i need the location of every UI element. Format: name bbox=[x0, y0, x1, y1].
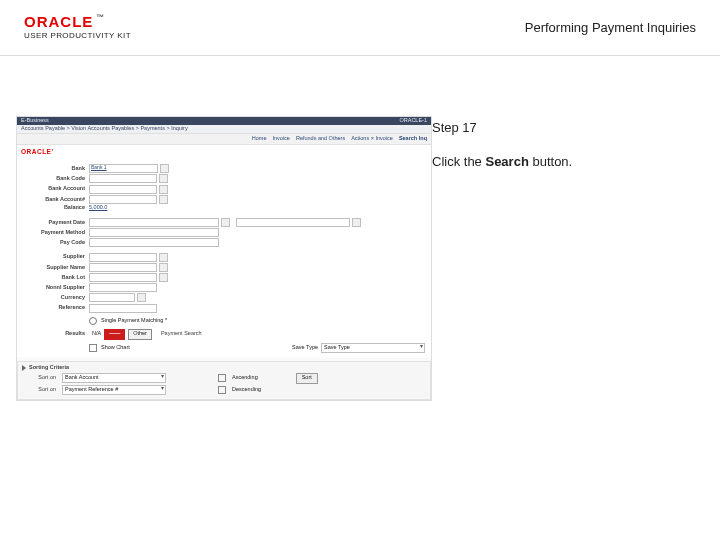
brand-text: ORACLE bbox=[24, 15, 93, 29]
lbl-bank-account: Bank Account bbox=[23, 186, 89, 192]
input-bank-account-no[interactable] bbox=[89, 195, 157, 204]
input-payment-date-to[interactable] bbox=[236, 218, 350, 227]
select-save-type[interactable]: Save Type bbox=[321, 343, 425, 353]
lbl-desc: Descending bbox=[232, 387, 261, 393]
lbl-bank-code: Bank Code bbox=[23, 176, 89, 182]
calendar-icon[interactable] bbox=[352, 218, 361, 227]
screenshot-frame: E-Business ORACLE-1 Accounts Payable > V… bbox=[0, 116, 432, 401]
brand-subtitle: USER PRODUCTIVITY KIT bbox=[24, 31, 131, 40]
lbl-show-chart: Show Chart bbox=[101, 345, 130, 351]
topic-title: Performing Payment Inquiries bbox=[525, 20, 696, 35]
tab-home[interactable]: Home bbox=[252, 136, 267, 142]
app-titlebar: E-Business ORACLE-1 bbox=[17, 117, 431, 125]
lbl-reference: Reference bbox=[23, 305, 89, 311]
lbl-supplier-name: Supplier Name bbox=[23, 265, 89, 271]
lbl-bank-account-no: Bank Account# bbox=[23, 197, 89, 203]
lbl-bank-lot: Bank Lot bbox=[23, 275, 89, 281]
checkbox-asc[interactable] bbox=[218, 374, 226, 382]
input-currency[interactable] bbox=[89, 293, 135, 302]
input-bank-account[interactable] bbox=[89, 185, 157, 194]
lbl-supplier: Supplier bbox=[23, 254, 89, 260]
tab-invoice[interactable]: Invoice bbox=[272, 136, 289, 142]
lov-icon[interactable] bbox=[159, 273, 168, 282]
sorting-title: Sorting Criteria bbox=[29, 365, 69, 371]
tab-search-inq[interactable]: Search Inq bbox=[399, 136, 427, 142]
disclosure-icon[interactable] bbox=[22, 365, 26, 371]
radio-label: Single Payment Matching * bbox=[101, 318, 167, 324]
lbl-asc: Ascending bbox=[232, 375, 258, 381]
input-reference[interactable] bbox=[89, 304, 157, 313]
breadcrumb: Accounts Payable > Vision Accounts Payab… bbox=[17, 125, 431, 133]
lbl-sort-on-2: Sort on bbox=[22, 387, 56, 393]
lbl-sort-on-1: Sort on bbox=[22, 375, 56, 381]
radio-single-payment[interactable] bbox=[89, 317, 97, 325]
lov-icon[interactable] bbox=[159, 174, 168, 183]
lov-icon[interactable] bbox=[159, 195, 168, 204]
instr-before: Click the bbox=[432, 154, 485, 169]
results-na: N/A bbox=[92, 331, 101, 337]
instruction-pane: Step 17 Click the Search button. bbox=[432, 116, 688, 401]
oracle-mini-logo: ORACLE' bbox=[21, 149, 54, 156]
brand-block: ORACLE ™ USER PRODUCTIVITY KIT bbox=[24, 15, 131, 40]
input-supplier[interactable] bbox=[89, 253, 157, 262]
search-button[interactable]: —— bbox=[104, 329, 125, 340]
sorting-panel: Sorting Criteria Sort on Bank Account As… bbox=[17, 361, 431, 400]
input-bank-code[interactable] bbox=[89, 174, 157, 183]
input-supplier-name[interactable] bbox=[89, 263, 157, 272]
instruction-text: Click the Search button. bbox=[432, 153, 680, 171]
titlebar-right: ORACLE-1 bbox=[399, 118, 427, 124]
lov-icon[interactable] bbox=[159, 253, 168, 262]
balance-link[interactable]: 5,000.0 bbox=[89, 205, 107, 211]
results-bar: Results N/A —— Other Payment Search bbox=[23, 329, 425, 340]
sort-button[interactable]: Sort bbox=[296, 373, 318, 384]
results-heading: Payment Search bbox=[161, 331, 202, 337]
lbl-nonnl-supplier: Nonnl Supplier bbox=[23, 285, 89, 291]
tab-refunds[interactable]: Refunds and Others bbox=[296, 136, 345, 142]
lov-icon[interactable] bbox=[160, 164, 169, 173]
input-pay-code[interactable] bbox=[89, 238, 219, 247]
input-payment-method[interactable] bbox=[89, 228, 219, 237]
meta-row: Show Chart Save Type Save Type bbox=[23, 343, 425, 353]
oracle-logo: ORACLE ™ bbox=[24, 15, 105, 29]
lbl-payment-method: Payment Method bbox=[23, 230, 89, 236]
app-tabs: Home Invoice Refunds and Others Actions … bbox=[17, 133, 431, 145]
step-label: Step 17 bbox=[432, 120, 680, 135]
titlebar-left: E-Business bbox=[21, 118, 49, 124]
lbl-balance: Balance bbox=[23, 205, 89, 211]
select-sort-1[interactable]: Bank Account bbox=[62, 373, 166, 383]
lov-icon[interactable] bbox=[137, 293, 146, 302]
search-form: BankBank 1 Bank Code Bank Account Bank A… bbox=[17, 159, 431, 357]
select-sort-2[interactable]: Payment Reference # bbox=[62, 385, 166, 395]
lov-icon[interactable] bbox=[159, 185, 168, 194]
breadcrumb-text: Accounts Payable > Vision Accounts Payab… bbox=[21, 126, 188, 132]
checkbox-show-chart[interactable] bbox=[89, 344, 97, 352]
header: ORACLE ™ USER PRODUCTIVITY KIT Performin… bbox=[0, 0, 720, 56]
lbl-pay-code: Pay Code bbox=[23, 240, 89, 246]
checkbox-desc[interactable] bbox=[218, 386, 226, 394]
input-bank-lot[interactable] bbox=[89, 273, 157, 282]
input-payment-date-from[interactable] bbox=[89, 218, 219, 227]
lbl-currency: Currency bbox=[23, 295, 89, 301]
trademark: ™ bbox=[96, 11, 105, 25]
app-brand-row: ORACLE' bbox=[17, 145, 431, 159]
lbl-bank: Bank bbox=[23, 166, 89, 172]
tab-other[interactable]: Other bbox=[128, 329, 152, 340]
lbl-results: Results bbox=[23, 331, 89, 337]
embedded-app: E-Business ORACLE-1 Accounts Payable > V… bbox=[16, 116, 432, 401]
tab-actions[interactable]: Actions × Invoice bbox=[351, 136, 393, 142]
radio-row: Single Payment Matching * bbox=[23, 317, 425, 325]
input-bank[interactable]: Bank 1 bbox=[89, 164, 158, 173]
instr-after: button. bbox=[529, 154, 572, 169]
instr-bold: Search bbox=[485, 154, 528, 169]
lov-icon[interactable] bbox=[159, 263, 168, 272]
calendar-icon[interactable] bbox=[221, 218, 230, 227]
lbl-payment-date: Payment Date bbox=[23, 220, 89, 226]
lbl-save-type: Save Type bbox=[292, 345, 318, 351]
input-nonnl-supplier[interactable] bbox=[89, 283, 157, 292]
